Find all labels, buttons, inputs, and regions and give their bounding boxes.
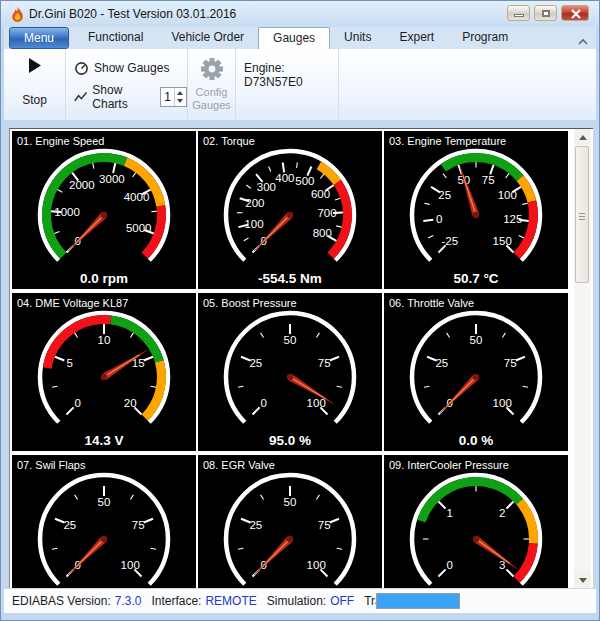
close-button[interactable] — [561, 5, 589, 21]
app-window: Dr.Gini B020 - Test Version 03.01.2016 M… — [0, 0, 600, 621]
svg-text:75: 75 — [132, 519, 145, 531]
minimize-icon — [514, 14, 524, 17]
svg-text:07. Swil Flaps: 07. Swil Flaps — [17, 459, 86, 471]
svg-text:500: 500 — [295, 175, 314, 187]
svg-text:20: 20 — [124, 397, 137, 409]
svg-text:-25: -25 — [441, 235, 458, 247]
svg-text:50: 50 — [98, 496, 111, 508]
scrollbar-down-button[interactable] — [574, 572, 591, 588]
svg-text:100: 100 — [121, 559, 140, 571]
ribbon-tabstrip: Menu FunctionalVehicle OrderGaugesUnitsE… — [4, 27, 596, 49]
close-icon — [570, 9, 582, 19]
config-gauges-button[interactable]: Config Gauges — [188, 49, 236, 120]
svg-text:95.0 %: 95.0 % — [269, 433, 311, 448]
charts-count-value: 1 — [161, 88, 174, 106]
show-gauges-button[interactable]: Show Gauges — [74, 58, 169, 78]
show-charts-label[interactable]: Show Charts — [92, 83, 153, 111]
svg-text:125: 125 — [503, 213, 522, 225]
svg-text:25: 25 — [249, 357, 262, 369]
svg-text:100: 100 — [498, 189, 517, 201]
svg-text:25: 25 — [249, 519, 262, 531]
svg-text:800: 800 — [313, 227, 332, 239]
tab-units[interactable]: Units — [330, 27, 385, 49]
chevron-up-icon — [578, 38, 588, 46]
gauge-panel-07: 025507510007. Swil Flaps — [12, 455, 196, 589]
gauge-panel-03: -25025507510012515003. Engine Temperatur… — [384, 131, 568, 289]
svg-text:150: 150 — [493, 235, 512, 247]
svg-text:1000: 1000 — [54, 206, 80, 218]
config-gauges-label: Config Gauges — [188, 86, 235, 112]
svg-text:0: 0 — [75, 397, 81, 409]
scrollbar-grip-icon — [579, 213, 585, 220]
scrollbar-up-button[interactable] — [574, 129, 591, 145]
svg-text:100: 100 — [244, 218, 263, 230]
gauge-panel-01: 01000200030004000500001. Engine Speed0.0… — [12, 131, 196, 289]
window-title: Dr.Gini B020 - Test Version 03.01.2016 — [29, 1, 236, 27]
spinner-buttons — [174, 88, 186, 106]
svg-text:75: 75 — [482, 174, 495, 186]
spinner-down-button[interactable] — [175, 97, 186, 106]
status-value: OFF — [330, 594, 354, 608]
gauge-panel-02: 010020030040050060070080002. Torque-554.… — [198, 131, 382, 289]
svg-text:50: 50 — [284, 334, 297, 346]
svg-text:2: 2 — [499, 507, 505, 519]
gear-icon — [197, 54, 227, 84]
svg-text:10: 10 — [98, 334, 111, 346]
window-controls — [507, 5, 589, 21]
scrollbar-thumb[interactable] — [575, 146, 589, 283]
maximize-icon — [542, 10, 550, 17]
svg-text:04. DME Voltage KL87: 04. DME Voltage KL87 — [17, 297, 128, 309]
svg-text:08. EGR Valve: 08. EGR Valve — [203, 459, 275, 471]
svg-text:300: 300 — [257, 181, 276, 193]
tab-gauges[interactable]: Gauges — [258, 27, 330, 49]
show-gauges-label: Show Gauges — [94, 61, 169, 75]
svg-text:100: 100 — [307, 559, 326, 571]
minimize-button[interactable] — [507, 5, 530, 21]
gauge-panel-09: 012309. InterCooler Pressure — [384, 455, 568, 589]
ribbon-tabs: FunctionalVehicle OrderGaugesUnitsExpert… — [74, 27, 522, 49]
show-charts-row: Show Charts 1 — [74, 87, 187, 107]
ribbon-group-show: Show Gauges Show Charts 1 — [66, 49, 188, 120]
status-label: Interface: — [151, 594, 201, 608]
ribbon-collapse-button[interactable] — [578, 32, 588, 50]
svg-text:50.7 °C: 50.7 °C — [453, 271, 498, 286]
svg-text:25: 25 — [435, 357, 448, 369]
svg-text:1: 1 — [447, 507, 453, 519]
line-chart-icon — [74, 90, 87, 104]
svg-text:-554.5 Nm: -554.5 Nm — [258, 271, 322, 286]
svg-text:700: 700 — [317, 207, 336, 219]
svg-text:4000: 4000 — [124, 191, 150, 203]
stop-button[interactable]: Stop — [4, 49, 66, 120]
svg-text:100: 100 — [493, 397, 512, 409]
menu-button[interactable]: Menu — [9, 27, 69, 49]
vertical-scrollbar[interactable] — [574, 129, 591, 588]
flame-icon — [10, 6, 25, 23]
tab-vehicle-order[interactable]: Vehicle Order — [157, 27, 258, 49]
gauge-panel-04: 0510152004. DME Voltage KL8714.3 V — [12, 293, 196, 451]
svg-text:25: 25 — [438, 189, 451, 201]
svg-text:02. Torque: 02. Torque — [203, 135, 255, 147]
status-value: 7.3.0 — [115, 594, 142, 608]
tab-functional[interactable]: Functional — [74, 27, 157, 49]
svg-text:01. Engine Speed: 01. Engine Speed — [17, 135, 104, 147]
svg-text:0: 0 — [261, 397, 267, 409]
svg-text:03. Engine Temperature: 03. Engine Temperature — [389, 135, 506, 147]
maximize-button[interactable] — [534, 5, 557, 21]
svg-text:25: 25 — [63, 519, 76, 531]
tab-program[interactable]: Program — [448, 27, 522, 49]
svg-text:0: 0 — [447, 559, 453, 571]
gauge-grid: 01000200030004000500001. Engine Speed0.0… — [9, 128, 593, 588]
engine-label: Engine: D73N57E0 — [244, 61, 338, 89]
progress-bar — [376, 593, 460, 609]
gauge-icon — [74, 61, 89, 76]
titlebar: Dr.Gini B020 - Test Version 03.01.2016 — [1, 1, 599, 27]
charts-count-spinner[interactable]: 1 — [160, 87, 187, 107]
play-triangle-icon — [27, 57, 43, 74]
svg-text:09. InterCooler Pressure: 09. InterCooler Pressure — [389, 459, 509, 471]
svg-text:14.3 V: 14.3 V — [84, 433, 123, 448]
svg-text:400: 400 — [275, 172, 294, 184]
tab-expert[interactable]: Expert — [385, 27, 448, 49]
statusbar-items: EDIABAS Version:7.3.0Interface:REMOTESim… — [12, 589, 436, 613]
spinner-up-button[interactable] — [175, 88, 186, 97]
status-label: EDIABAS Version: — [12, 594, 111, 608]
